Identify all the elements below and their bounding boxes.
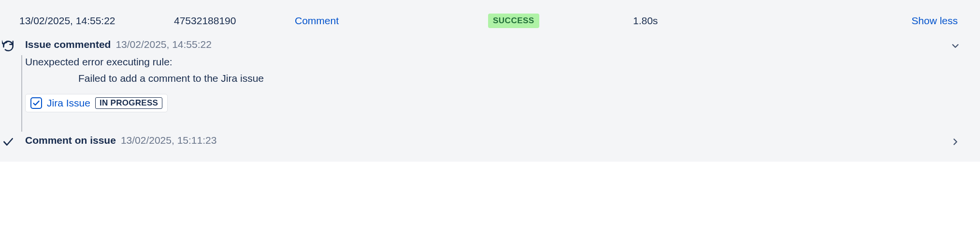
toggle-details-link[interactable]: Show less: [911, 15, 958, 26]
step-issue-commented[interactable]: Issue commented 13/02/2025, 14:55:22 Une…: [0, 39, 961, 112]
task-icon: [30, 97, 42, 109]
issue-link[interactable]: Jira Issue: [47, 97, 90, 109]
step-chevron-col: [943, 135, 961, 147]
audit-log-panel: 13/02/2025, 14:55:22 47532188190 Comment…: [0, 0, 980, 162]
issue-badge[interactable]: Jira Issue IN PROGRESS: [25, 94, 168, 112]
error-detail: Failed to add a comment to the Jira issu…: [25, 73, 935, 84]
rule-link[interactable]: Comment: [295, 15, 339, 26]
refresh-icon: [2, 40, 14, 52]
step-icon-col: [0, 39, 16, 52]
log-details: Issue commented 13/02/2025, 14:55:22 Une…: [0, 39, 980, 148]
step-header: Comment on issue 13/02/2025, 15:11:23: [25, 135, 935, 146]
log-run-id: 47532188190: [174, 15, 295, 27]
step-content: Issue commented 13/02/2025, 14:55:22 Une…: [25, 39, 935, 112]
step-comment-on-issue[interactable]: Comment on issue 13/02/2025, 15:11:23: [0, 135, 961, 148]
chevron-down-icon[interactable]: [950, 41, 961, 51]
issue-status-lozenge: IN PROGRESS: [95, 97, 162, 109]
step-timestamp: 13/02/2025, 14:55:22: [115, 39, 212, 50]
error-message: Unexpected error executing rule:: [25, 56, 935, 68]
log-timestamp: 13/02/2025, 14:55:22: [19, 15, 174, 27]
rule-name-cell: Comment: [295, 15, 488, 27]
step-timestamp: 13/02/2025, 15:11:23: [121, 135, 217, 146]
toggle-cell: Show less: [710, 15, 961, 27]
status-badge: SUCCESS: [488, 14, 539, 28]
step-title: Comment on issue: [25, 135, 116, 146]
step-content: Comment on issue 13/02/2025, 15:11:23: [25, 135, 935, 146]
chevron-right-icon[interactable]: [950, 136, 961, 147]
issue-badge-row: Jira Issue IN PROGRESS: [25, 94, 935, 112]
log-duration: 1.80s: [633, 15, 710, 27]
step-title: Issue commented: [25, 39, 111, 50]
check-icon: [2, 136, 14, 148]
log-row: 13/02/2025, 14:55:22 47532188190 Comment…: [0, 14, 980, 39]
step-header: Issue commented 13/02/2025, 14:55:22: [25, 39, 935, 50]
step-chevron-col: [943, 39, 961, 51]
status-cell: SUCCESS: [488, 14, 633, 28]
step-icon-col: [0, 135, 16, 148]
svg-rect-0: [31, 98, 42, 108]
